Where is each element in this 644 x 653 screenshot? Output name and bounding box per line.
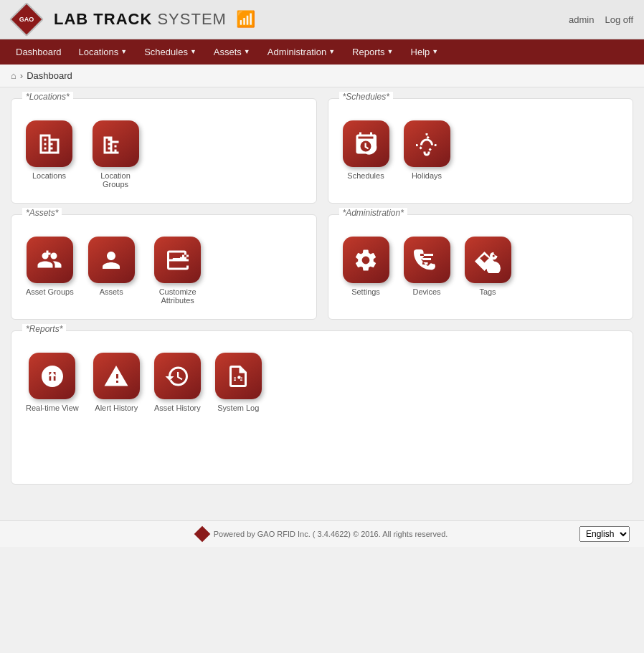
username: admin [569, 14, 594, 25]
nav-dashboard[interactable]: Dashboard [7, 39, 70, 65]
beach-icon [414, 131, 440, 157]
nav-administration[interactable]: Administration ▼ [259, 39, 344, 65]
location-groups-icon-box [93, 120, 139, 167]
rfid-tag-icon [475, 247, 501, 273]
locations-item[interactable]: Locations [26, 120, 72, 189]
tags-icon-box [465, 237, 511, 283]
wifi-icon: 📶 [236, 10, 255, 29]
reports-panel: *Reports* Real-time View [11, 330, 633, 485]
schedules-item[interactable]: Schedules [343, 120, 389, 180]
schedules-panel: *Schedules* Schedules [328, 98, 634, 204]
locations-panel: *Locations* Locations [11, 98, 317, 204]
locations-icon-box [26, 120, 72, 167]
nav-locations[interactable]: Locations ▼ [70, 39, 136, 65]
toolbox-icon [165, 247, 191, 273]
customize-attributes-item[interactable]: Customize Attributes [149, 237, 207, 305]
location-groups-item[interactable]: Location Groups [87, 120, 144, 189]
footer-logo [194, 526, 210, 543]
footer-text: Powered by GAO RFID Inc. ( 3.4.4622) © 2… [214, 530, 448, 538]
home-icon[interactable]: ⌂ [11, 70, 16, 81]
realtime-view-icon-box [29, 353, 75, 399]
realtime-view-item[interactable]: Real-time View [26, 353, 79, 412]
locations-icons: Locations Location Groups [26, 110, 302, 189]
schedules-label: Schedules [347, 171, 384, 180]
realtime-icon [39, 363, 65, 389]
header: GAO LAB TRACK SYSTEM 📶 admin Log off [0, 0, 644, 39]
group-add-icon [37, 247, 62, 273]
logo-icon: GAO [11, 4, 42, 35]
reports-caret: ▼ [387, 39, 394, 65]
assets-panel: *Assets* Asset Groups [11, 214, 317, 320]
nav-reports[interactable]: Reports ▼ [344, 39, 402, 65]
alert-history-label: Alert History [95, 404, 138, 412]
history-icon [164, 363, 190, 389]
locations-label: Locations [32, 171, 66, 180]
assets-panel-title: *Assets* [22, 208, 62, 218]
nav-schedules[interactable]: Schedules ▼ [136, 39, 205, 65]
schedules-caret: ▼ [190, 39, 196, 65]
alert-history-icon-box [93, 353, 140, 399]
holidays-label: Holidays [412, 171, 442, 180]
location-groups-label: Location Groups [87, 171, 144, 189]
asset-groups-item[interactable]: Asset Groups [26, 237, 74, 305]
settings-item[interactable]: Settings [343, 237, 389, 296]
buildings-icon [103, 131, 128, 157]
calendar-clock-icon [353, 131, 379, 157]
help-caret: ▼ [432, 39, 438, 65]
assets-caret: ▼ [244, 39, 250, 65]
administration-panel-title: *Administration* [339, 208, 407, 218]
asset-groups-label: Asset Groups [26, 287, 74, 296]
breadcrumb-separator: › [20, 70, 23, 81]
locations-panel-title: *Locations* [22, 92, 73, 102]
schedules-icons: Schedules Holidays [343, 110, 619, 180]
asset-history-label: Asset History [154, 404, 201, 412]
reports-icons: Real-time View Alert History [26, 342, 618, 412]
holidays-item[interactable]: Holidays [404, 120, 450, 180]
footer: Powered by GAO RFID Inc. ( 3.4.4622) © 2… [0, 520, 644, 547]
tags-label: Tags [479, 287, 496, 296]
asset-history-icon-box [154, 353, 201, 399]
administration-icons: Settings Devices T [343, 226, 619, 296]
asset-history-item[interactable]: Asset History [154, 353, 201, 412]
realtime-view-label: Real-time View [26, 404, 79, 412]
devices-item[interactable]: Devices [404, 237, 450, 296]
logout-link[interactable]: Log off [605, 14, 633, 25]
assets-label: Assets [100, 287, 123, 296]
system-log-icon-box [215, 353, 262, 399]
administration-panel: *Administration* Settings [328, 214, 634, 320]
breadcrumb-current: Dashboard [27, 70, 72, 81]
logo-area: GAO LAB TRACK SYSTEM 📶 [11, 4, 255, 35]
settings-label: Settings [351, 287, 380, 296]
main-content: *Locations* Locations [0, 87, 644, 506]
person-icon [98, 247, 124, 273]
customize-attributes-icon-box [154, 237, 201, 283]
devices-label: Devices [412, 287, 440, 296]
assets-icon-box [88, 237, 135, 283]
locations-caret: ▼ [120, 39, 127, 65]
navbar: Dashboard Locations ▼ Schedules ▼ Assets… [0, 39, 644, 65]
system-log-item[interactable]: System Log [215, 353, 262, 412]
tags-item[interactable]: Tags [465, 237, 511, 296]
document-settings-icon [225, 363, 251, 389]
alert-triangle-icon [103, 363, 129, 389]
breadcrumb: ⌂ › Dashboard [0, 65, 644, 87]
nav-assets[interactable]: Assets ▼ [205, 39, 259, 65]
customize-attributes-label: Customize Attributes [149, 287, 207, 305]
holidays-icon-box [404, 120, 450, 167]
assets-icons: Asset Groups Assets [26, 226, 302, 305]
alert-history-item[interactable]: Alert History [93, 353, 140, 412]
admin-caret: ▼ [328, 39, 335, 65]
asset-groups-icon-box [27, 237, 73, 283]
logo-text: LAB TRACK SYSTEM [54, 10, 227, 29]
building-icon [37, 131, 62, 157]
reports-panel-title: *Reports* [22, 324, 66, 334]
schedules-panel-title: *Schedules* [339, 92, 393, 102]
row-1: *Locations* Locations [11, 98, 633, 204]
header-user-area: admin Log off [569, 14, 633, 25]
assets-item[interactable]: Assets [88, 237, 135, 305]
language-selector[interactable]: English [579, 526, 630, 542]
row-2: *Assets* Asset Groups [11, 214, 633, 320]
devices-icon-box [404, 237, 450, 283]
nav-help[interactable]: Help ▼ [402, 39, 448, 65]
language-dropdown[interactable]: English [579, 526, 630, 542]
